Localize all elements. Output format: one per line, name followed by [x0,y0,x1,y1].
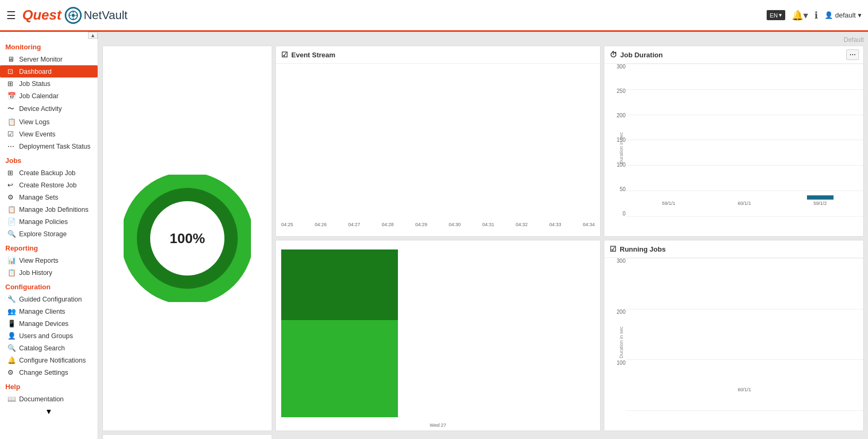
monitoring-section-title: Monitoring [0,39,98,53]
documentation-icon: 📖 [7,395,16,403]
header-actions: EN ▾ 🔔▾ ℹ 👤 default▾ [767,10,862,21]
event-stream-icon: ☑ [281,50,288,59]
netvault-icon [65,7,82,24]
sidebar-item-view-reports[interactable]: 📊 View Reports [0,254,98,266]
language-selector[interactable]: EN ▾ [767,10,785,20]
donut-container: 100% [103,46,272,431]
running-jobs-chart: Duration in sec 300 200 100 [604,258,863,427]
sidebar: ▲ Monitoring 🖥 Server Monitor ⊡ Dashboar… [0,32,98,439]
sidebar-item-label: Manage Clients [19,308,65,315]
sidebar-item-label: Catalog Search [19,345,65,352]
jobs-section-title: Jobs [0,152,98,167]
server-monitor-icon: 🖥 [7,55,16,63]
sidebar-item-label: Guided Configuration [19,296,82,303]
job-duration-y-axis: 300 250 200 150 100 50 0 [604,64,626,217]
sidebar-item-manage-job-defs[interactable]: 📋 Manage Job Definitions [0,203,98,216]
event-stream-x-axis: 04:25 04:26 04:27 04:28 04:29 04:30 04:3… [281,222,595,227]
sidebar-item-view-logs[interactable]: 📋 View Logs [0,116,98,128]
sidebar-item-create-restore[interactable]: ↩ Create Restore Job [0,179,98,191]
view-logs-icon: 📋 [7,118,16,126]
main-layout: ▲ Monitoring 🖥 Server Monitor ⊡ Dashboar… [0,32,868,439]
notifications-icon[interactable]: 🔔▾ [792,10,808,21]
job-duration-more-button[interactable]: ⋯ [846,49,859,60]
netvault-svg-icon [68,10,79,21]
sidebar-item-job-history[interactable]: 📋 Job History [0,266,98,279]
app-logo: Quest NetVault [22,7,127,24]
default-label: Default [102,36,864,44]
bar-group-1: 59/1/1 [655,200,682,206]
bar-group-2: 60/1/1 [731,200,758,206]
sidebar-item-users-groups[interactable]: 👤 Users and Groups [0,330,98,342]
sidebar-item-label: Users and Groups [19,332,73,340]
sidebar-item-create-backup[interactable]: ⊞ Create Backup Job [0,167,98,179]
sidebar-item-label: Change Settings [19,369,68,376]
sidebar-item-manage-clients[interactable]: 👥 Manage Clients [0,305,98,317]
change-settings-icon: ⚙ [7,368,16,376]
sidebar-item-label: Device Activity [19,105,62,113]
job-status-icon: ⊞ [7,80,16,88]
sidebar-item-catalog-search[interactable]: 🔍 Catalog Search [0,342,98,354]
panel-bottom-left: Wed 27 [275,240,601,431]
sidebar-item-label: View Events [19,131,56,138]
sidebar-item-deployment-task[interactable]: ⋯ Deployment Task Status [0,140,98,152]
job-history-icon: 📋 [7,269,16,277]
view-events-icon: ☑ [7,130,16,138]
bar-label-3: 59/1/2 [813,201,827,206]
sidebar-item-label: Manage Sets [19,194,58,201]
svg-point-1 [72,14,75,17]
info-icon[interactable]: ℹ [814,10,818,21]
job-calendar-icon: 📅 [7,92,16,100]
running-jobs-header: ☑ Running Jobs [604,240,863,258]
device-activity-icon: 〜 [7,104,16,114]
sidebar-item-server-monitor[interactable]: 🖥 Server Monitor [0,53,98,65]
event-stream-title: Event Stream [291,51,335,59]
panel-running-jobs: ☑ Running Jobs Duration in sec 300 200 1… [604,240,864,431]
configure-notif-icon: 🔔 [7,356,16,364]
job-duration-chart-area: Duration in sec 300 250 200 150 100 50 0 [604,64,863,233]
manage-job-defs-icon: 📋 [7,205,16,213]
manage-clients-icon: 👥 [7,307,16,315]
sidebar-item-change-settings[interactable]: ⚙ Change Settings [0,366,98,378]
log-stream-header: 📖 Log Stream [103,435,272,439]
sidebar-item-label: Create Backup Job [19,169,75,177]
sidebar-item-label: Server Monitor [19,56,63,63]
help-section-title: Help [0,378,98,393]
dashboard-grid: 100% ☑ Event Stream 04:25 04:26 04:27 04… [102,46,864,439]
app-header: ☰ Quest NetVault EN ▾ 🔔▾ ℹ 👤 d [0,0,868,32]
sidebar-item-explore-storage[interactable]: 🔍 Explore Storage [0,228,98,240]
running-jobs-grid [626,258,863,411]
bar-label-1: 59/1/1 [662,201,675,206]
menu-icon[interactable]: ☰ [6,9,16,22]
sidebar-item-documentation[interactable]: 📖 Documentation [0,393,98,405]
sidebar-item-manage-sets[interactable]: ⚙ Manage Sets [0,191,98,203]
sidebar-item-label: Manage Job Definitions [19,206,89,213]
job-duration-bars: 59/1/1 60/1/1 59/1/2 [631,69,858,217]
sidebar-item-label: Documentation [19,395,64,403]
bar-light-green [281,320,398,417]
user-menu[interactable]: 👤 default▾ [824,11,862,19]
sidebar-item-guided-config[interactable]: 🔧 Guided Configuration [0,293,98,305]
manage-sets-icon: ⚙ [7,193,16,201]
sidebar-item-label: Configure Notifications [19,357,86,364]
sidebar-item-label: Deployment Task Status [19,143,91,150]
sidebar-item-job-status[interactable]: ⊞ Job Status [0,78,98,90]
panel-donut: 100% [102,46,272,431]
sidebar-item-manage-devices[interactable]: 📱 Manage Devices [0,317,98,330]
sidebar-item-view-events[interactable]: ☑ View Events [0,128,98,140]
explore-storage-icon: 🔍 [7,230,16,238]
bar-3 [807,195,834,200]
sidebar-item-device-activity[interactable]: 〜 Device Activity [0,102,98,116]
user-avatar-icon: 👤 [824,11,833,19]
sidebar-item-label: Manage Policies [19,218,68,226]
sidebar-item-label: Job History [19,269,53,277]
configuration-section-title: Configuration [0,279,98,293]
sidebar-item-job-calendar[interactable]: 📅 Job Calendar [0,90,98,102]
sidebar-scroll-down[interactable]: ▼ [45,407,53,416]
sidebar-item-manage-policies[interactable]: 📄 Manage Policies [0,216,98,228]
sidebar-item-label: Explore Storage [19,230,67,238]
running-jobs-y-axis: 300 200 100 [604,258,626,411]
sidebar-scroll-up[interactable]: ▲ [88,32,98,39]
sidebar-item-dashboard[interactable]: ⊡ Dashboard [0,65,98,78]
sidebar-item-configure-notif[interactable]: 🔔 Configure Notifications [0,354,98,366]
bar-label-2: 60/1/1 [737,201,751,206]
